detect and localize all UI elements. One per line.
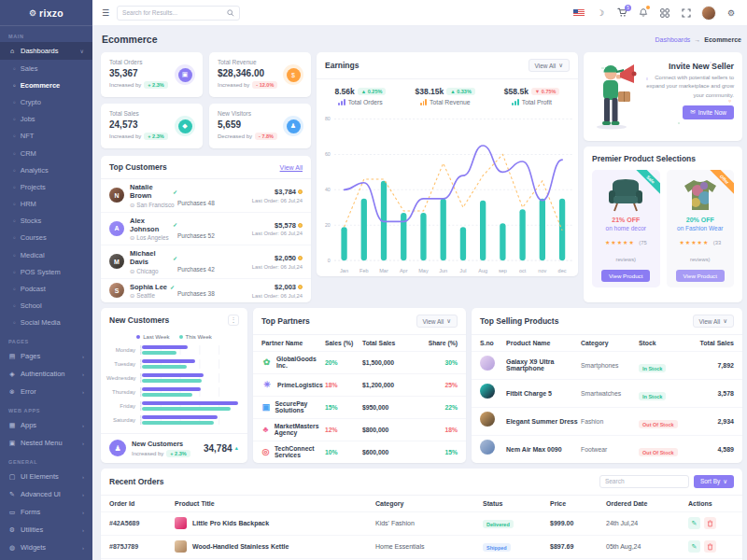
app-logo[interactable]: ⚙ rixzo <box>0 0 92 26</box>
user-avatar[interactable] <box>701 6 716 21</box>
sidebar-item-projects[interactable]: ○Projects <box>0 178 92 195</box>
sidebar-item-ecommerce[interactable]: ○Ecommerce <box>0 77 92 93</box>
order-row[interactable]: #42A5689 Little Pro Kids Backpack Kids' … <box>101 511 742 535</box>
sidebar-item-forms[interactable]: ▭Forms› <box>0 503 92 521</box>
sidebar-item-podcast[interactable]: ○Podcast <box>0 280 92 297</box>
product-row[interactable]: Nem Air Max 0090 Footwear Out Of Stock 4… <box>472 436 742 463</box>
sort-by-button[interactable]: Sort By ∨ <box>694 475 734 488</box>
sidebar-item-pages[interactable]: ▤Pages› <box>0 347 92 365</box>
chevron-down-icon: ∨ <box>723 317 727 325</box>
global-search[interactable] <box>117 6 240 21</box>
notifications-bell-icon[interactable] <box>637 7 650 20</box>
sidebar-item-crypto[interactable]: ○Crypto <box>0 93 92 110</box>
customer-row[interactable]: A Alex Johnson✓ ⊙Los Angeles Purchases 5… <box>101 213 311 246</box>
fullscreen-icon[interactable] <box>680 7 693 20</box>
bar-group-tuesday: Tuesday <box>106 359 238 369</box>
edit-button[interactable]: ✎ <box>688 517 700 529</box>
top-customers-view-all[interactable]: View All <box>280 164 303 171</box>
sidebar-item-analytics[interactable]: ○Analytics <box>0 161 92 178</box>
customer-avatar: M <box>109 254 124 269</box>
new-customers-title: New Customers <box>109 315 169 325</box>
view-product-button[interactable]: View Product <box>676 270 725 282</box>
customer-row[interactable]: N Natalie Brown✓ ⊙San Francisco Purchase… <box>101 179 311 213</box>
settings-gear-icon[interactable]: ⚙ <box>725 7 738 20</box>
customer-name: Sophia Lee <box>130 283 167 291</box>
cart-icon[interactable]: 5 <box>615 7 628 20</box>
stock-badge: Out Of Stock <box>639 420 678 428</box>
day-label: Monday <box>106 347 140 353</box>
sidebar-item-school[interactable]: ○School <box>0 298 92 315</box>
sidebar-item-authentication[interactable]: ◈Authentication› <box>0 365 92 383</box>
partner-row[interactable]: ◎TechConnect Services 10% $600,000 15% <box>253 441 466 463</box>
sidebar-item-medical[interactable]: ○Medical <box>0 246 92 263</box>
topbar: ☰ ☽ 5 ⚙ <box>92 0 747 26</box>
order-thumbnail <box>175 517 187 529</box>
top-customers-title: Top Customers <box>109 162 167 172</box>
breadcrumb-parent[interactable]: Dashboards <box>655 36 691 43</box>
sidebar-item-crm[interactable]: ○CRM <box>0 145 92 161</box>
partner-row[interactable]: ✳PrimeLogistics 18% $1,200,000 25% <box>253 374 466 397</box>
product-row[interactable]: Galaxy X9 Ultra Smartphone Smartphones I… <box>472 352 742 380</box>
sidebar-item-ui-elements[interactable]: ▢UI Elements› <box>0 468 92 485</box>
advanced-ui-icon: ✎ <box>8 491 16 498</box>
customer-name: Natalie Brown <box>130 183 170 200</box>
sidebar-item-apps[interactable]: ▦Apps› <box>0 416 92 434</box>
sidebar-item-stocks[interactable]: ○Stocks <box>0 213 92 230</box>
view-product-button[interactable]: View Product <box>601 270 650 282</box>
products-table-header: S.no Product Name Category Stock Total S… <box>472 335 742 352</box>
order-row[interactable]: #875J789 Wood-Handled Stainless Kettle H… <box>101 535 742 558</box>
product-name: Fitbit Charge 5 <box>506 390 581 397</box>
chevron-icon: › <box>82 474 84 480</box>
partner-row[interactable]: ✿GlobalGoods Inc. 20% $1,500,000 30% <box>253 352 466 374</box>
sidebar-item-utilities[interactable]: ⚙Utilities› <box>0 521 92 539</box>
dark-mode-icon[interactable]: ☽ <box>594 7 607 20</box>
customer-row[interactable]: M Michael Davis✓ ⊙Chicago Purchases 42 $… <box>101 245 311 279</box>
bag-icon: ◆ <box>178 119 192 133</box>
menu-toggle-icon[interactable]: ☰ <box>102 8 109 18</box>
customers-avatar-icon: ♟ <box>109 440 126 456</box>
sidebar-item-nested-menu[interactable]: ▣Nested Menu› <box>0 434 92 452</box>
sidebar-item-social-media[interactable]: ○Social Media <box>0 315 92 331</box>
edit-button[interactable]: ✎ <box>688 540 700 553</box>
invite-now-button[interactable]: ✉ Invite Now <box>683 105 734 119</box>
apps-icon: ▦ <box>8 422 16 429</box>
delete-button[interactable] <box>704 517 716 529</box>
sidebar-item-error[interactable]: ⊗Error› <box>0 383 92 400</box>
sidebar-item-advanced-ui[interactable]: ✎Advanced UI› <box>0 485 92 503</box>
orders-search-input[interactable] <box>599 475 689 488</box>
search-input[interactable] <box>122 9 227 16</box>
earnings-stat-value: 8.56k <box>335 87 355 96</box>
customer-row[interactable]: S Sophia Lee✓ ⊙Seattle Purchases 38 $2,0… <box>101 279 311 303</box>
card-menu-icon[interactable]: ⋮ <box>228 315 239 326</box>
armchair-image <box>607 177 644 213</box>
sidebar-item-hrm[interactable]: ○HRM <box>0 196 92 213</box>
bar <box>142 387 201 391</box>
bullet-icon: ○ <box>13 117 16 121</box>
partner-total-sales: $800,000 <box>362 427 418 433</box>
bar <box>142 421 214 425</box>
product-thumbnail <box>480 440 495 455</box>
sidebar-item-sales[interactable]: ○Sales <box>0 60 92 77</box>
customer-avatar: N <box>109 188 124 203</box>
sidebar-item-dashboards[interactable]: ⌂Dashboards∨ <box>0 42 92 60</box>
top-customers-list: N Natalie Brown✓ ⊙San Francisco Purchase… <box>101 179 311 302</box>
sidebar-item-widgets[interactable]: ◍Widgets› <box>0 539 92 556</box>
earnings-stat: $38.15k ▲ 0.33% Total Revenue <box>415 87 474 105</box>
partner-total-sales: $1,200,000 <box>362 382 418 388</box>
delete-button[interactable] <box>704 540 716 553</box>
top-partners-view-all-button[interactable]: View All ∨ <box>416 315 458 328</box>
sidebar-item-pos-system[interactable]: ○POS System <box>0 263 92 280</box>
earnings-view-all-button[interactable]: View All ∨ <box>529 59 570 72</box>
bullet-icon: ○ <box>13 83 16 88</box>
sidebar-item-jobs[interactable]: ○Jobs <box>0 111 92 128</box>
partner-row[interactable]: ▣SecurePay Solutions 15% $950,000 22% <box>253 397 466 419</box>
product-row[interactable]: Elegant Summer Dress Fashion Out Of Stoc… <box>472 408 742 436</box>
top-products-view-all-button[interactable]: View All ∨ <box>693 315 734 328</box>
product-row[interactable]: Fitbit Charge 5 Smartwatches In Stock 3,… <box>472 380 742 408</box>
sidebar-item-courses[interactable]: ○Courses <box>0 230 92 246</box>
sidebar-item-nft[interactable]: ○NFT <box>0 128 92 145</box>
partner-row[interactable]: ♣MarketMasters Agency 12% $800,000 18% <box>253 419 466 441</box>
language-flag-icon[interactable] <box>572 7 585 20</box>
apps-grid-icon[interactable] <box>658 7 671 20</box>
partner-total-sales: $1,500,000 <box>362 359 418 366</box>
